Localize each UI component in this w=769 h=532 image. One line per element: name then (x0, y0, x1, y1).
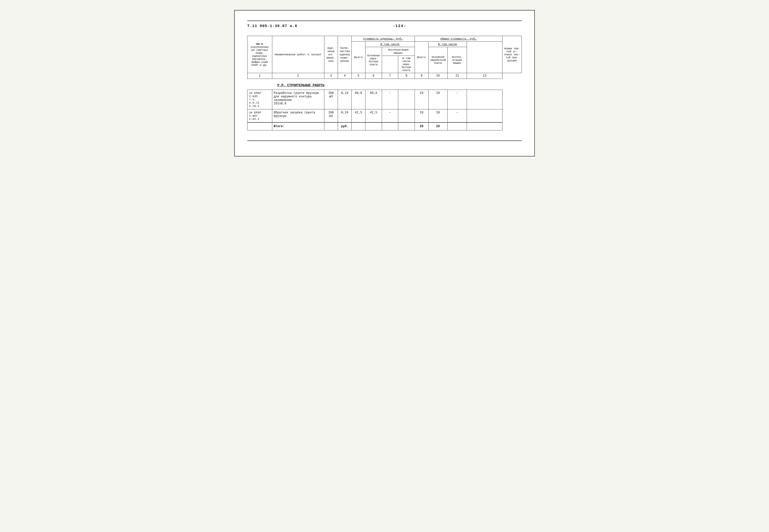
col-header-exploit-total (382, 56, 398, 73)
col-num-1: 1 (247, 73, 272, 79)
row-33-exploit-wage (398, 90, 415, 109)
row-33-total: I9 (415, 90, 428, 109)
col-header-total-cost: Общая стоимость, руб. (415, 36, 502, 42)
header-center: -124- (393, 24, 407, 28)
total-row: Итого: руб. 29 29 (247, 122, 522, 130)
col-header-3: Еди­ница из­ мере­ ния (324, 36, 338, 73)
row-33-qty: 0,24 (338, 90, 352, 109)
col-header-main-wage: Основ­ная зара­ботная плата (365, 47, 382, 73)
col-header-4: Коли­чест­во единиц изме­рения (338, 36, 352, 73)
col-header-9: Всего (415, 42, 428, 73)
row-33-unit: I00м3 (324, 90, 338, 109)
col-header-exploit-wage: В том числе зара­ботная плата (398, 56, 415, 73)
total-empty-5 (382, 122, 398, 130)
header: Т.11 905-1-30.87 а.6 -124- (247, 21, 522, 28)
total-empty-3 (352, 122, 365, 130)
table-row: 34 ЕРЕР I-967 I-8I-I Обратная засыпка гр… (247, 109, 522, 123)
row-33-name: Разработка грунта вручную для наружного … (272, 90, 324, 109)
col-num-3: 3 (324, 73, 338, 79)
row-34-total: I0 (415, 109, 428, 123)
header-left: Т.11 905-1-30.87 а.6 (247, 24, 297, 28)
row-34-main-wage: 4I,5 (365, 109, 382, 123)
col-header-main-wage2: Основ­ной зара­ботной платы (428, 47, 448, 73)
row-34-name: Обратная засыпка грунта вручную (272, 109, 324, 123)
section-title-row: Р.П. СТРОИТЕЛЬНЫЕ РАБОТЫ (247, 79, 522, 90)
row-34-unit: I00м3 (324, 109, 338, 123)
col-header-exploit-group: Эксплу­атация машин (382, 47, 415, 56)
row-33-num: 33 ЕРЕР I-935 т.ч. п.3.72 I-78-I (247, 90, 272, 109)
page: Т.11 905-1-30.87 а.6 -124- №№ № укрупнен… (234, 10, 535, 156)
row-33-total-wage: I9 (428, 90, 448, 109)
col-num-11: II (448, 73, 467, 79)
row-34-total-wage: I0 (428, 109, 448, 123)
col-num-10: IO (428, 73, 448, 79)
col-header-exploit2: Эксплу­атации машин (448, 47, 467, 73)
table-row: 33 ЕРЕР I-935 т.ч. п.3.72 I-78-I Разрабо… (247, 90, 522, 109)
col-header-2: Наименование работ и затрат (272, 36, 324, 73)
row-34-exploit: – (382, 109, 398, 123)
col-num-8: 8 (398, 73, 415, 79)
col-num-6: 6 (365, 73, 382, 79)
col-header-1: №№ № укрупненных шп сметных норм, единич… (247, 36, 272, 73)
col-num-9: 9 (415, 73, 428, 79)
row-33-total-exploit: – (448, 90, 467, 109)
col-num-12: I2 (467, 73, 502, 79)
row-34-exploit-wage (398, 109, 415, 123)
col-num-7: 7 (382, 73, 398, 79)
row-34-qty: 0,24 (338, 109, 352, 123)
row-34-norm (467, 109, 502, 123)
row-34-num: 34 ЕРЕР I-967 I-8I-I (247, 109, 272, 123)
row-33-main-wage: 80,8 (365, 90, 382, 109)
main-table: №№ № укрупненных шп сметных норм, единич… (247, 36, 522, 130)
total-exploit (448, 122, 467, 130)
row-33-norm (467, 90, 502, 109)
col-header-unit-cost: Стоимость единицы, руб. (352, 36, 415, 42)
total-value: 29 (415, 122, 428, 130)
total-empty-4 (365, 122, 382, 130)
total-unit: руб. (338, 122, 352, 130)
total-label: Итого: (272, 122, 324, 130)
row-34-unit-total: 4I,5 (352, 109, 365, 123)
row-33-exploit: – (382, 90, 398, 109)
col-num-4: 4 (338, 73, 352, 79)
total-empty-1 (247, 122, 272, 130)
col-header-5: Всего (352, 42, 365, 73)
col-header-10-sub: В том числе (428, 42, 467, 47)
total-wage: 29 (428, 122, 448, 130)
total-empty-6 (398, 122, 415, 130)
col-header-norm: Норма тив­ной ус­ловно чис­той про­дук­ц… (503, 36, 522, 73)
col-num-5: 5 (352, 73, 365, 79)
total-empty-2 (324, 122, 338, 130)
row-34-total-exploit: – (448, 109, 467, 123)
col-header-6-sub: В том числе (365, 42, 415, 47)
section-title: Р.П. СТРОИТЕЛЬНЫЕ РАБОТЫ (277, 83, 324, 87)
row-33-unit-total: 80,8 (352, 90, 365, 109)
col-num-2: 2 (272, 73, 324, 79)
total-norm (467, 122, 502, 130)
